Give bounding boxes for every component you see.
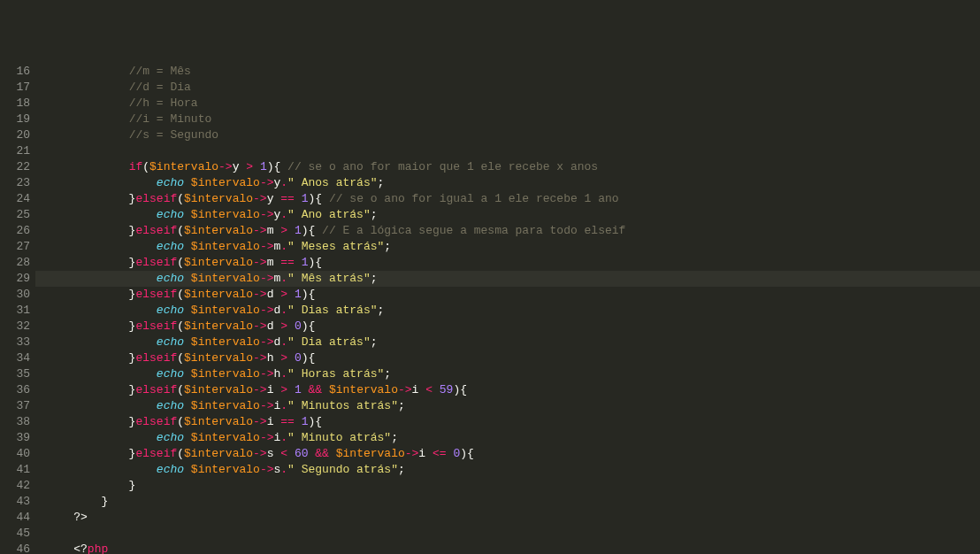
code-line[interactable]: }elseif($intervalo->h > 0){ — [46, 350, 980, 366]
token — [184, 399, 191, 412]
line-number: 36 — [0, 382, 30, 398]
token: -> — [260, 335, 274, 349]
token: $intervalo — [191, 176, 260, 189]
token: echo — [157, 176, 184, 189]
code-line[interactable]: //s = Segundo — [46, 127, 980, 143]
token: $intervalo — [149, 160, 218, 173]
code-line[interactable]: echo $intervalo->y." Anos atrás"; — [46, 175, 980, 191]
token — [46, 176, 157, 189]
token: $intervalo — [329, 383, 398, 396]
token: . — [280, 176, 287, 189]
token: ( — [177, 415, 184, 428]
token: . — [280, 431, 287, 444]
token: $intervalo — [191, 399, 260, 412]
token — [46, 112, 129, 126]
token: ){ — [460, 447, 474, 460]
token: ){ — [302, 224, 322, 237]
token: elseif — [135, 288, 177, 301]
code-line[interactable]: //d = Dia — [46, 80, 980, 96]
token: && — [309, 383, 323, 396]
line-number: 45 — [0, 526, 30, 542]
code-line[interactable]: echo $intervalo->m." Mês atrás"; — [46, 271, 980, 287]
code-line[interactable]: echo $intervalo->y." Ano atrás"; — [46, 207, 980, 223]
token: ; — [384, 367, 391, 381]
token: . — [280, 367, 287, 381]
token: echo — [157, 304, 184, 317]
token: -> — [260, 304, 274, 317]
token: > — [239, 160, 259, 173]
code-line[interactable]: } — [46, 478, 980, 494]
code-line[interactable]: echo $intervalo->h." Horas atrás"; — [46, 366, 980, 382]
token: . — [280, 335, 287, 349]
code-line[interactable]: echo $intervalo->s." Segundo atrás"; — [46, 462, 980, 478]
code-line[interactable]: }elseif($intervalo->d > 1){ — [46, 287, 980, 303]
code-area[interactable]: //m = Mês //d = Dia //h = Hora //i = Min… — [41, 64, 980, 554]
token: ( — [177, 447, 184, 460]
code-line[interactable]: <?php — [46, 542, 980, 554]
code-line[interactable]: } — [46, 494, 980, 510]
token: ?> — [73, 511, 88, 524]
token: 0 — [295, 351, 302, 365]
token: ){ — [302, 319, 316, 333]
token: ){ — [267, 160, 287, 173]
token: 0 — [295, 319, 302, 333]
token: ; — [391, 431, 398, 444]
code-line[interactable]: //m = Mês — [46, 64, 980, 80]
line-number-gutter: 1617181920212223242526272829303132333435… — [0, 64, 41, 554]
line-number: 30 — [0, 287, 30, 303]
code-line[interactable]: echo $intervalo->i." Minutos atrás"; — [46, 398, 980, 414]
code-line[interactable]: }elseif($intervalo->d > 0){ — [46, 319, 980, 335]
token: $intervalo — [191, 335, 260, 349]
token — [184, 367, 191, 381]
token — [184, 463, 191, 476]
token: } — [46, 256, 135, 269]
token: -> — [253, 256, 267, 269]
token: <? — [73, 542, 88, 554]
code-line[interactable]: ?> — [46, 510, 980, 526]
code-line[interactable]: //i = Minuto — [46, 112, 980, 127]
token — [46, 240, 157, 253]
code-line[interactable]: echo $intervalo->i." Minuto atrás"; — [46, 430, 980, 446]
token — [46, 511, 73, 524]
token — [46, 208, 157, 221]
code-editor[interactable]: 1617181920212223242526272829303132333435… — [0, 64, 980, 554]
code-line[interactable]: }elseif($intervalo->s < 60 && $intervalo… — [46, 446, 980, 462]
token: 1 — [260, 160, 267, 173]
code-line[interactable]: echo $intervalo->d." Dias atrás"; — [46, 303, 980, 319]
code-line[interactable] — [46, 526, 980, 542]
token: $intervalo — [191, 208, 260, 221]
token: && — [315, 447, 329, 460]
token: echo — [157, 399, 184, 412]
line-number: 31 — [0, 303, 30, 319]
code-line[interactable]: }elseif($intervalo->i == 1){ — [46, 414, 980, 430]
token: ( — [177, 351, 184, 365]
token: $intervalo — [191, 463, 260, 476]
token: -> — [260, 463, 274, 476]
line-number: 41 — [0, 462, 30, 478]
token — [184, 208, 191, 221]
token: elseif — [135, 447, 177, 460]
code-line[interactable]: if($intervalo->y > 1){ // se o ano for m… — [46, 159, 980, 175]
token: echo — [157, 272, 184, 285]
token — [46, 96, 129, 110]
token: } — [46, 288, 135, 301]
code-line[interactable]: }elseif($intervalo->m > 1){ // E a lógic… — [46, 223, 980, 239]
code-line[interactable]: echo $intervalo->m." Meses atrás"; — [46, 239, 980, 255]
token: echo — [157, 367, 184, 381]
token — [46, 272, 157, 285]
token: elseif — [135, 415, 177, 428]
code-line[interactable]: }elseif($intervalo->y == 1){ // se o ano… — [46, 191, 980, 207]
token: > — [273, 351, 294, 365]
line-number: 24 — [0, 191, 30, 207]
token: $intervalo — [184, 288, 253, 301]
code-line[interactable]: //h = Hora — [46, 96, 980, 112]
token: 1 — [295, 288, 302, 301]
token — [322, 383, 329, 396]
token: ; — [384, 240, 391, 253]
code-line[interactable]: }elseif($intervalo->m == 1){ — [46, 255, 980, 271]
code-line[interactable]: }elseif($intervalo->i > 1 && $intervalo-… — [46, 382, 980, 398]
line-number: 42 — [0, 478, 30, 494]
code-line[interactable] — [46, 143, 980, 159]
token — [46, 65, 129, 78]
code-line[interactable]: echo $intervalo->d." Dia atrás"; — [46, 335, 980, 350]
